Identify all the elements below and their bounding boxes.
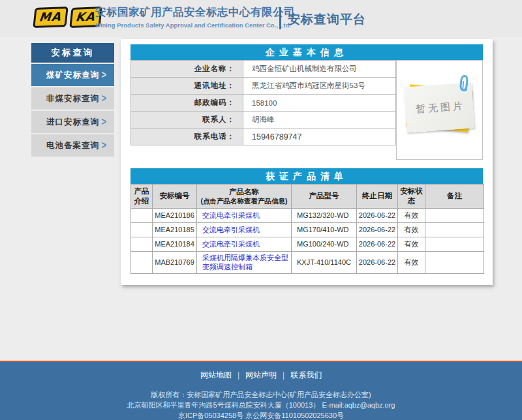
table-row: 企业名称： 鸡西金恒矿山机械制造有限公司: [131, 61, 396, 78]
field-label-postcode: 邮政编码：: [131, 95, 243, 112]
no-image-text: 暂无图片: [412, 100, 465, 116]
sidebar-item-noncoal-query[interactable]: 非煤安标查询 >: [31, 87, 114, 110]
page-footer: 网站地图|网站声明|联系我们 版权所有：安标国家矿用产品安全标志中心(矿用产品安…: [0, 362, 522, 420]
product-image-box: 暂无图片: [396, 60, 483, 160]
footer-links: 网站地图|网站声明|联系我们: [0, 362, 522, 381]
org-name-en: Mining Products Safety Approval and Cert…: [95, 22, 295, 29]
sidebar: 安标查询 煤矿安标查询 > 非煤安标查询 > 进口安标查询 > 电池备案查询 >: [31, 43, 114, 158]
footer-copyright: 版权所有：安标国家矿用产品安全标志中心(矿用产品安全标志办公室) 北京朝阳区和平…: [0, 389, 522, 420]
col-name-main: 产品名称: [229, 188, 259, 196]
org-name-cn: 安标国家矿用产品安全标志中心有限公司: [95, 5, 295, 20]
page-header: MA KA 安标国家矿用产品安全标志中心有限公司 Mining Products…: [0, 0, 522, 37]
field-label-phone: 联系电话：: [131, 128, 243, 145]
product-name-link[interactable]: 交流电牵引采煤机: [202, 226, 260, 233]
cell-product-name: 交流电牵引采煤机: [197, 237, 292, 251]
footer-link-sitemap[interactable]: 网站地图: [200, 370, 232, 380]
enterprise-info-table: 企业名称： 鸡西金恒矿山机械制造有限公司 通讯地址： 黑龙江省鸡西市鸡冠区南星街…: [130, 60, 396, 145]
sidebar-item-label: 进口安标查询: [46, 117, 99, 127]
cell-remark: [425, 222, 484, 237]
table-row: 通讯地址： 黑龙江省鸡西市鸡冠区南星街53号: [131, 78, 396, 95]
cell-status: 有效: [398, 222, 425, 237]
cell-product-name: 采煤机用隔爆兼本质安全型变频调速控制箱: [197, 251, 292, 274]
col-name: 产品名称(点击产品名称查看产品信息): [197, 185, 292, 209]
field-value-postcode: 158100: [243, 95, 396, 112]
col-status: 安标状态: [398, 185, 425, 209]
cell-cert-no: MEA210184: [153, 237, 197, 251]
table-row: 联系人： 胡海峰: [131, 112, 396, 128]
no-image-placeholder: 暂无图片: [397, 61, 482, 159]
cell-model: KXJT-410/1140C: [292, 251, 357, 274]
col-remark: 备注: [425, 185, 484, 209]
table-row: MAB210769 采煤机用隔爆兼本质安全型变频调速控制箱 KXJT-410/1…: [131, 251, 484, 274]
sidebar-item-coal-query[interactable]: 煤矿安标查询 >: [31, 64, 114, 86]
product-name-link[interactable]: 采煤机用隔爆兼本质安全型变频调速控制箱: [202, 254, 288, 271]
cell-product-name: 交流电牵引采煤机: [197, 208, 292, 222]
col-name-sub: (点击产品名称查看产品信息): [198, 197, 290, 206]
cell-cert-no: MEA210185: [153, 222, 197, 237]
field-value-contact: 胡海峰: [243, 112, 396, 128]
cell-expiry: 2026-06-22: [357, 251, 398, 274]
table-row: MEA210186 交流电牵引采煤机 MG132/320-WD 2026-06-…: [131, 208, 484, 222]
platform-title: 安标查询平台: [288, 11, 366, 28]
cell-model: MG100/240-WD: [292, 237, 357, 251]
sidebar-item-label: 煤矿安标查询: [46, 70, 99, 80]
cell-status: 有效: [398, 251, 425, 274]
cell-model: MG132/320-WD: [292, 208, 357, 222]
cell-expiry: 2026-06-22: [357, 237, 398, 251]
sidebar-item-label: 电池备案查询: [46, 141, 99, 150]
field-value-company-name: 鸡西金恒矿山机械制造有限公司: [243, 61, 396, 78]
org-title-block: 安标国家矿用产品安全标志中心有限公司 Mining Products Safet…: [95, 5, 295, 29]
maka-logo: MA KA: [34, 7, 101, 27]
cell-model: MG170/410-WD: [292, 222, 357, 237]
footer-link-statement[interactable]: 网站声明: [245, 370, 277, 380]
product-list-title: 获证产品清单: [130, 168, 483, 184]
product-name-link[interactable]: 交流电牵引采煤机: [202, 211, 260, 219]
table-header-row: 产品介绍 安标编号 产品名称(点击产品名称查看产品信息) 产品型号 终止日期 安…: [131, 185, 484, 209]
cell-expiry: 2026-06-22: [357, 208, 398, 222]
sidebar-item-label: 非煤安标查询: [46, 94, 99, 103]
copyright-line-1: 版权所有：安标国家矿用产品安全标志中心(矿用产品安全标志办公室): [0, 389, 522, 400]
product-name-link[interactable]: 交流电牵引采煤机: [202, 240, 260, 248]
cell-product-name: 交流电牵引采煤机: [197, 222, 292, 237]
sidebar-header: 安标查询: [31, 43, 114, 63]
col-expiry: 终止日期: [357, 185, 398, 209]
footer-link-contact[interactable]: 联系我们: [290, 370, 322, 380]
cell-intro: [131, 222, 153, 237]
cell-remark: [425, 208, 484, 222]
col-intro: 产品介绍: [131, 185, 153, 209]
table-row: MEA210184 交流电牵引采煤机 MG100/240-WD 2026-06-…: [131, 237, 484, 251]
cell-intro: [131, 251, 153, 274]
content-panel: 企业基本信息 企业名称： 鸡西金恒矿山机械制造有限公司 通讯地址： 黑龙江省鸡西…: [121, 39, 493, 285]
field-value-phone: 15946789747: [243, 128, 396, 145]
product-list-table: 产品介绍 安标编号 产品名称(点击产品名称查看产品信息) 产品型号 终止日期 安…: [130, 184, 484, 274]
field-value-address: 黑龙江省鸡西市鸡冠区南星街53号: [243, 78, 396, 95]
sidebar-item-import-query[interactable]: 进口安标查询 >: [31, 111, 114, 133]
cell-remark: [425, 251, 484, 274]
col-model: 产品型号: [292, 185, 357, 209]
table-row: 邮政编码： 158100: [131, 95, 396, 112]
chevron-right-icon: >: [101, 131, 107, 160]
footer-separator: |: [283, 370, 284, 380]
cell-status: 有效: [398, 237, 425, 251]
table-row: 联系电话： 15946789747: [131, 128, 396, 145]
col-cert-no: 安标编号: [153, 185, 197, 209]
field-label-company-name: 企业名称：: [131, 61, 243, 78]
enterprise-info-title: 企业基本信息: [130, 44, 483, 60]
copyright-line-3: 京ICP备05034258号 京公网安备11010502025630号: [0, 410, 522, 420]
header-divider: [279, 7, 281, 29]
copyright-line-2: 北京朝阳区和平里青年沟路5号煤科总院安科大厦（100013） E-mail:aq…: [0, 400, 522, 410]
cell-expiry: 2026-06-22: [357, 222, 398, 237]
table-row: MEA210185 交流电牵引采煤机 MG170/410-WD 2026-06-…: [131, 222, 484, 237]
cell-status: 有效: [398, 208, 425, 222]
cell-cert-no: MAB210769: [153, 251, 197, 274]
cell-remark: [425, 237, 484, 251]
field-label-address: 通讯地址：: [131, 78, 243, 95]
app-root: MA KA 安标国家矿用产品安全标志中心有限公司 Mining Products…: [0, 0, 522, 420]
cell-cert-no: MEA210186: [153, 208, 197, 222]
footer-separator: |: [238, 370, 239, 380]
cell-intro: [131, 237, 153, 251]
cell-intro: [131, 208, 153, 222]
field-label-contact: 联系人：: [131, 112, 243, 128]
logo-ma-icon: MA: [33, 7, 68, 28]
sidebar-item-battery-query[interactable]: 电池备案查询 >: [31, 134, 114, 157]
